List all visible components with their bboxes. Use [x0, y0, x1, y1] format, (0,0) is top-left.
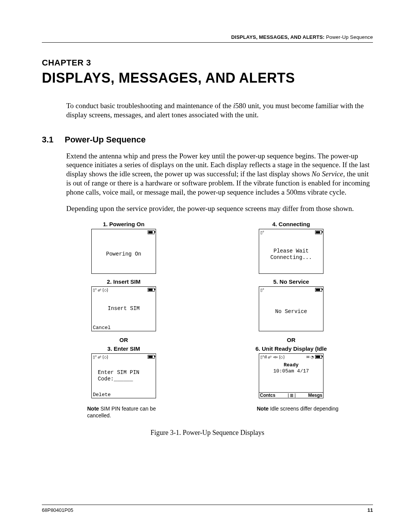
status-bar: ▯° [259, 229, 323, 235]
screen-1-block: 1. Powering On Powering On [74, 221, 173, 274]
screen-3-block: 3. Enter SIM ▯° ⌀¹ {◇} Enter SIM PIN Cod… [74, 345, 173, 398]
doc-number: 68P80401P05 [42, 507, 73, 513]
vibrate-icon: {◇} [102, 288, 108, 292]
screen-2: ▯° ⌀¹ {◇} Insert SIM Cancel [91, 286, 156, 331]
softkey-row: Delete [92, 392, 156, 398]
screen-5: ▯° No Service [259, 286, 323, 331]
softkey-contacts[interactable]: Contcs [260, 393, 276, 398]
mail-icon: ✉ [306, 355, 309, 359]
screen-5-block: 5. No Service ▯° No Service [242, 278, 341, 331]
screen-6: ▯°ıll⌀¹⊲»{◇} ✉◔ Ready 10:05am 4/17 Contc… [259, 353, 323, 398]
or-label: OR [119, 337, 128, 343]
screen-1-title: 1. Powering On [74, 221, 173, 227]
screen-6-block: 6. Unit Ready Display (Idle ▯°ıll⌀¹⊲»{◇}… [242, 345, 341, 398]
screen-4-line2: Connecting... [270, 254, 312, 261]
paragraph-2: Depending upon the service provider, the… [66, 204, 373, 213]
screen-1: Powering On [91, 229, 156, 274]
screen-6-body: Ready 10:05am 4/17 [259, 360, 323, 392]
signal-icon: ▯° [260, 288, 264, 292]
section-title: Power-Up Sequence [65, 135, 146, 144]
intro-a: To conduct basic troubleshooting and mai… [66, 102, 233, 110]
screen-1-body: Powering On [92, 235, 156, 273]
footer: 68P80401P05 11 [42, 505, 373, 513]
softkey-cancel[interactable]: Cancel [93, 325, 111, 331]
status-bar: ▯° ⌀¹ {◇} [92, 354, 156, 360]
screen-2-text: Insert SIM [108, 305, 140, 312]
clock-icon: ◔ [311, 355, 314, 359]
status-bar: ▯° [259, 287, 323, 293]
vibrate-icon: {◇} [279, 355, 285, 359]
section-heading: 3.1Power-Up Sequence [42, 135, 373, 145]
note-text: Idle screens differ depending [269, 406, 338, 412]
intro-paragraph: To conduct basic troubleshooting and mai… [66, 101, 373, 120]
screen-6-ready: Ready [284, 362, 298, 368]
softkey-row: Cancel [92, 325, 156, 331]
chapter-label: CHAPTER 3 [42, 58, 373, 68]
screen-4-block: 4. Connecting ▯° Please Wait Connecting.… [242, 221, 341, 274]
battery-icon [148, 230, 155, 234]
battery-icon [315, 355, 322, 359]
section-number: 3.1 [42, 135, 65, 145]
screen-2-title: 2. Insert SIM [74, 278, 173, 285]
screen-5-text: No Service [275, 308, 307, 315]
screen-3: ▯° ⌀¹ {◇} Enter SIM PIN Code:______ Dele… [91, 353, 156, 398]
right-column: 4. Connecting ▯° Please Wait Connecting.… [242, 221, 341, 423]
running-header: DISPLAYS, MESSAGES, AND ALERTS: Power-Up… [42, 34, 373, 43]
signal-icon: ▯° [260, 230, 264, 235]
speaker-icon: ⊲» [273, 355, 278, 359]
status-bar: ▯° ⌀¹ {◇} [92, 287, 156, 293]
screen-3-body: Enter SIM PIN Code:______ [92, 360, 156, 392]
softkey-menu[interactable]: ☰ [288, 393, 295, 398]
status-bar [92, 229, 156, 235]
note-label: Note [87, 406, 99, 412]
screen-5-title: 5. No Service [242, 278, 341, 285]
header-bold: DISPLAYS, MESSAGES, AND ALERTS: [231, 34, 325, 40]
screen-2-body: Insert SIM [92, 293, 156, 325]
left-column: 1. Powering On Powering On 2. Insert SIM… [74, 221, 173, 423]
softkey-messages[interactable]: Mesgs [308, 393, 322, 398]
signal-icon: ▯° [93, 355, 97, 359]
note-left: Note SIM PIN feature can be cancelled. [87, 405, 173, 419]
screen-4: ▯° Please Wait Connecting... [259, 229, 323, 274]
signal-bars-icon: ▯°ıll [260, 355, 267, 359]
screen-4-title: 4. Connecting [242, 221, 341, 227]
screen-4-line1: Please Wait [274, 248, 309, 255]
screen-4-body: Please Wait Connecting... [259, 235, 323, 273]
chapter-title: DISPLAYS, MESSAGES, AND ALERTS [42, 70, 373, 86]
lock-icon: ⌀¹ [98, 355, 101, 359]
screen-6-title: 6. Unit Ready Display (Idle [242, 345, 341, 352]
note-right: Note Idle screens differ depending [257, 405, 339, 412]
page: DISPLAYS, MESSAGES, AND ALERTS: Power-Up… [0, 0, 411, 532]
vibrate-icon: {◇} [102, 355, 108, 359]
softkey-row: Contcs ☰ Mesgs [259, 392, 323, 398]
p1i: No Service [312, 170, 343, 178]
screen-3-line2: Code:______ [98, 376, 133, 383]
header-rest: Power-Up Sequence [325, 34, 373, 40]
screen-3-line1: Enter SIM PIN [98, 369, 139, 376]
screen-2-block: 2. Insert SIM ▯° ⌀¹ {◇} Insert SIM Cance… [74, 278, 173, 331]
page-number: 11 [368, 507, 373, 513]
screen-5-body: No Service [259, 293, 323, 331]
softkey-delete[interactable]: Delete [93, 392, 111, 398]
lock-icon: ⌀¹ [268, 355, 271, 359]
paragraph-1: Extend the antenna whip and press the Po… [66, 152, 373, 197]
status-bar: ▯°ıll⌀¹⊲»{◇} ✉◔ [259, 354, 323, 360]
battery-icon [148, 288, 155, 292]
screens-area: 1. Powering On Powering On 2. Insert SIM… [42, 221, 373, 423]
battery-icon [315, 230, 322, 234]
screen-3-title: 3. Enter SIM [74, 345, 173, 352]
figure-caption: Figure 3-1. Power-Up Sequence Displays [42, 429, 373, 437]
lock-icon: ⌀¹ [98, 288, 101, 292]
note-label: Note [257, 406, 269, 412]
battery-icon [148, 355, 155, 359]
battery-icon [315, 288, 322, 292]
screen-6-time: 10:05am 4/17 [273, 368, 309, 374]
signal-icon: ▯° [93, 288, 97, 292]
screen-1-text: Powering On [106, 251, 141, 258]
or-label: OR [287, 337, 296, 343]
